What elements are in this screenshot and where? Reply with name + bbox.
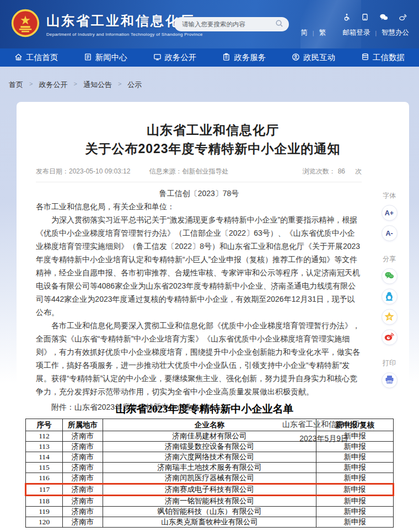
cell-city: 济南市 (63, 496, 103, 507)
nav-item-home[interactable]: 工信首页 (14, 52, 58, 63)
page-title: 山东省工业和信息化厅 关于公布2023年度专精特新中小企业的通知 (17, 121, 409, 158)
news-icon (84, 53, 92, 63)
publish-date-value: 2023-05-10 09:03:12 (69, 167, 130, 175)
accessibility-icon[interactable] (343, 13, 351, 21)
printer-icon (385, 375, 394, 386)
nav-item-gov-open[interactable]: 政务公开 (153, 52, 197, 63)
person-circle-icon (292, 53, 300, 63)
breadcrumb-home[interactable]: 首页 (9, 79, 23, 90)
cell-no: 112 (26, 431, 63, 442)
company-table: 序号 所属地市 企业名称 新申报/复核 112济南市济南佳易建材有限公司新申报1… (25, 419, 394, 528)
cell-no: 120 (26, 517, 63, 528)
cell-status: 新申报 (316, 507, 394, 517)
breadcrumb: 首页 > 政务公开 > 通知公告 > 公示 (0, 67, 419, 102)
company-table-section: 山东省2023年度专精特新中小企业名单 序号 所属地市 企业名称 新申报/复核 … (17, 404, 409, 528)
breadcrumb-gov-open[interactable]: 政务公开 (39, 79, 67, 90)
print-label: 打印 (383, 359, 396, 368)
cell-city: 济南市 (63, 484, 103, 496)
cell-name: 济南镭曼数控设备有限公司 (103, 442, 316, 452)
table-row: 112济南市济南佳易建材有限公司新申报 (26, 431, 394, 442)
smart-office-link[interactable]: 智慧办公 (382, 28, 409, 37)
cell-city: 济南市 (63, 442, 103, 452)
cell-city: 济南市 (63, 463, 103, 473)
article-card: 山东省工业和信息化厅 关于公布2023年度专精特新中小企业的通知 发布日期：20… (17, 102, 409, 532)
breadcrumb-notices[interactable]: 通知公告 (83, 79, 112, 90)
publish-date-label: 发布日期： (36, 167, 69, 175)
col-header-city: 所属地市 (63, 419, 103, 431)
tools-sidebar: 字体 A+ A- 分享 (376, 189, 402, 393)
share-weibo-button[interactable] (382, 329, 397, 345)
source-label: 信息来源： (149, 167, 182, 175)
col-header-no: 序号 (26, 419, 63, 431)
cell-status: 新申报 (316, 463, 394, 473)
clipboard-icon (222, 53, 230, 63)
share-wechat-button[interactable] (382, 268, 397, 284)
cell-status: 新申报 (316, 473, 394, 484)
share-qq-button[interactable] (382, 289, 397, 305)
home-icon (14, 53, 23, 63)
share-qzone-button[interactable] (382, 309, 397, 325)
doc-number: 鲁工信创〔2023〕78号 (36, 187, 362, 200)
qq-icon (385, 291, 394, 302)
search-input[interactable] (182, 21, 275, 28)
cell-no: 116 (26, 473, 63, 484)
table-row: 119济南市飒铂智能科技（山东）有限公司新申报 (26, 507, 394, 517)
col-header-status: 新申报/复核 (316, 419, 394, 431)
article-meta: 发布日期：2023-05-10 09:03:12 信息来源：创新创业指导处 浏览… (36, 167, 362, 182)
cell-no: 119 (26, 507, 63, 517)
header-quick-links: 简 | 繁 邮箱登录 | 智慧办公 (300, 28, 409, 37)
mail-login-link[interactable]: 邮箱登录 (342, 28, 370, 37)
cell-city: 济南市 (63, 517, 103, 528)
main-nav: 工信首页 新闻中心 政务公开 政务服务 政民互动 (0, 48, 419, 67)
table-title: 山东省2023年度专精特新中小企业名单 (17, 404, 393, 415)
nav-item-news[interactable]: 新闻中心 (84, 52, 127, 63)
database-icon (361, 53, 369, 63)
cell-name: 济南闰凯医疗器械有限公司 (103, 473, 316, 484)
cell-city: 济南市 (63, 452, 103, 463)
cell-status: 新申报 (316, 442, 394, 452)
cell-name: 济南赛成电子科技有限公司 (103, 484, 316, 496)
table-row: 116济南市济南闰凯医疗器械有限公司新申报 (26, 473, 394, 484)
nav-item-gov-service[interactable]: 政务服务 (222, 52, 266, 63)
monitor-icon (153, 53, 162, 63)
nav-item-data[interactable]: 工信数据 (361, 52, 405, 63)
wechat-icon[interactable] (379, 13, 388, 21)
mobile-icon[interactable] (361, 13, 369, 21)
cell-no: 117 (26, 484, 63, 496)
share-label: 分享 (383, 254, 396, 264)
cell-no: 114 (26, 452, 63, 463)
cell-status: 新申报 (316, 431, 394, 442)
cell-city: 济南市 (63, 473, 103, 484)
lang-simplified-link[interactable]: 简 (300, 28, 308, 37)
paragraph: 各市工业和信息化局要深入贯彻工业和信息化部《优质中小企业梯度培育管理暂行办法》，… (36, 319, 362, 398)
national-emblem-logo (11, 9, 40, 40)
cell-status: 新申报 (316, 484, 394, 496)
views-count: 86 (338, 167, 345, 175)
font-decrease-button[interactable]: A- (382, 225, 397, 241)
table-row: 117济南市济南赛成电子科技有限公司新申报 (26, 484, 394, 496)
cell-name: 济南一铭智能科技有限公司 (103, 496, 316, 507)
cell-no: 113 (26, 442, 63, 452)
weibo-icon[interactable] (399, 13, 407, 21)
cell-city: 济南市 (63, 507, 103, 517)
table-row: 115济南市济南瑞丰土地技术服务有限公司新申报 (26, 463, 394, 473)
cell-name: 飒铂智能科技（山东）有限公司 (103, 507, 316, 517)
cell-status: 新申报 (316, 452, 394, 463)
search-icon[interactable] (275, 19, 283, 30)
table-row: 118济南市济南一铭智能科技有限公司新申报 (26, 496, 394, 507)
views-label: 浏览次数： (303, 167, 336, 175)
wechat-icon (384, 271, 394, 281)
weibo-icon (384, 332, 394, 343)
cell-name: 山东奥克斯畜牧种业有限公司 (103, 517, 316, 528)
font-increase-button[interactable]: A+ (382, 205, 397, 221)
site-header: 山东省工业和信息化厅 Department of Industry and In… (0, 0, 419, 48)
table-row: 120济南市山东奥克斯畜牧种业有限公司新申报 (26, 517, 394, 528)
nav-item-interact[interactable]: 政民互动 (292, 52, 335, 63)
cell-status: 新申报 (316, 496, 394, 507)
print-button[interactable] (382, 372, 397, 388)
lang-traditional-link[interactable]: 繁 (319, 28, 326, 37)
views-unit: 次 (355, 167, 362, 175)
company-table-body: 112济南市济南佳易建材有限公司新申报113济南市济南镭曼数控设备有限公司新申报… (26, 431, 394, 528)
breadcrumb-announcement[interactable]: 公示 (127, 79, 142, 90)
site-search (174, 17, 289, 31)
